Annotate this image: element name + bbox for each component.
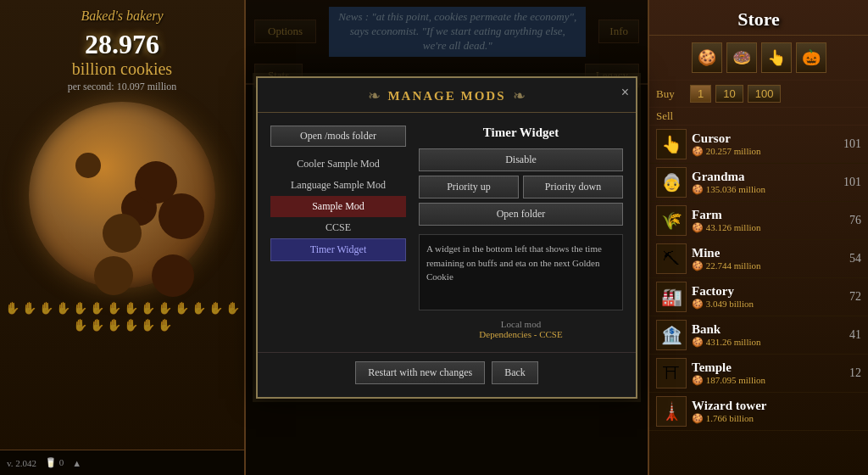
hand-icon: ✋ xyxy=(90,301,104,316)
mod-list-item[interactable]: Cooler Sample Mod xyxy=(270,154,406,175)
store-item-count: 101 xyxy=(836,137,861,151)
store-items-list: 👆 Cursor 🍪 20.257 million 101 👵 Grandma … xyxy=(649,126,868,431)
hand-icon: ✋ xyxy=(90,318,104,332)
store-item[interactable]: 👆 Cursor 🍪 20.257 million 101 xyxy=(649,126,868,164)
hand-icon: ✋ xyxy=(5,301,19,316)
milk-count: 🥛 0 xyxy=(45,457,64,468)
hand-icon: ✋ xyxy=(158,301,172,316)
store-item-name: Factory xyxy=(692,284,831,299)
qty-1-button[interactable]: 1 xyxy=(690,85,711,103)
store-item-name: Wizard tower xyxy=(692,399,831,413)
store-item-count: 72 xyxy=(836,290,861,304)
title-deco-right: ❧ xyxy=(513,87,526,105)
store-item-name: Grandma xyxy=(692,170,831,184)
mod-list-item[interactable]: Timer Widget xyxy=(270,238,406,261)
mod-detail-panel: Timer Widget Disable Priority up Priorit… xyxy=(419,126,623,339)
store-item[interactable]: 🗼 Wizard tower 🍪 1.766 billion xyxy=(649,393,868,431)
cookie-image[interactable] xyxy=(29,102,215,288)
mod-list-panel: Open /mods folder Cooler Sample ModLangu… xyxy=(270,126,406,339)
hand-icon: ✋ xyxy=(124,301,138,316)
store-icons-row: 🍪 🍩 👆 🎃 xyxy=(649,36,868,81)
modal-close-button[interactable]: × xyxy=(621,85,629,100)
store-item-info: Farm 🍪 43.126 million xyxy=(692,208,831,233)
store-item[interactable]: 🏭 Factory 🍪 3.049 billion 72 xyxy=(649,278,868,316)
store-item-price: 🍪 22.744 million xyxy=(692,260,831,271)
store-item-count: 101 xyxy=(836,176,861,189)
store-item-name: Cursor xyxy=(692,131,831,146)
store-icon-cursor[interactable]: 👆 xyxy=(761,42,792,73)
priority-down-button[interactable]: Priority down xyxy=(523,176,623,198)
open-mod-folder-button[interactable]: Open folder xyxy=(419,203,623,226)
store-item-icon: ⛩ xyxy=(656,358,687,388)
hand-icon: ✋ xyxy=(158,318,172,332)
store-item-icon: 🌾 xyxy=(656,205,687,236)
hand-icon: ✋ xyxy=(56,301,70,316)
mod-list-item[interactable]: CCSE xyxy=(270,217,406,238)
left-panel: Baked's bakery 28.976 billion cookies pe… xyxy=(0,0,246,475)
bakery-name: Baked's bakery xyxy=(0,0,244,28)
dependencies-value: CCSE xyxy=(539,329,563,339)
store-item-count: 41 xyxy=(836,328,861,342)
store-icon-cookie[interactable]: 🍪 xyxy=(692,42,722,73)
hand-icon: ✋ xyxy=(175,301,189,316)
modal-footer: Restart with new changes Back xyxy=(258,352,636,397)
store-item-icon: 🗼 xyxy=(656,396,687,427)
store-item-info: Bank 🍪 431.26 million xyxy=(692,322,831,348)
disable-button[interactable]: Disable xyxy=(419,148,623,171)
store-item-price: 🍪 135.036 million xyxy=(692,184,831,195)
sell-label: Sell xyxy=(656,109,686,123)
store-item-icon: 👵 xyxy=(656,167,687,198)
open-mods-folder-button[interactable]: Open /mods folder xyxy=(270,126,406,147)
store-item-price: 🍪 20.257 million xyxy=(692,146,831,157)
qty-100-button[interactable]: 100 xyxy=(748,85,782,103)
manage-mods-modal: ❧ Manage mods ❧ × Open /mods folder Cool… xyxy=(256,76,637,399)
hand-icon: ✋ xyxy=(192,301,206,316)
modal-overlay: ❧ Manage mods ❧ × Open /mods folder Cool… xyxy=(246,0,648,475)
mod-description: A widget in the bottom left that shows t… xyxy=(419,234,623,310)
store-item[interactable]: 🌾 Farm 🍪 43.126 million 76 xyxy=(649,202,868,240)
hand-icon: ✋ xyxy=(209,301,223,316)
store-item[interactable]: ⛏ Mine 🍪 22.744 million 54 xyxy=(649,240,868,278)
store-item-info: Factory 🍪 3.049 billion xyxy=(692,284,831,310)
hand-icon: ✋ xyxy=(141,318,155,332)
store-item-info: Temple 🍪 187.095 million xyxy=(692,360,831,386)
hand-icon: ✋ xyxy=(22,301,36,316)
qty-10-button[interactable]: 10 xyxy=(715,85,743,103)
sell-row: Sell xyxy=(649,108,868,126)
hand-icon: ✋ xyxy=(107,318,121,332)
modal-title-bar: ❧ Manage mods ❧ × xyxy=(258,78,636,113)
dependencies-label: Dependencies - xyxy=(479,329,537,339)
up-arrow-icon[interactable]: ▲ xyxy=(72,458,81,468)
store-item-icon: ⛏ xyxy=(656,243,687,274)
store-item-price: 🍪 1.766 billion xyxy=(692,413,831,424)
store-item-count: 76 xyxy=(836,214,861,227)
priority-up-button[interactable]: Priority up xyxy=(419,176,519,198)
per-second: per second: 10.097 million xyxy=(0,81,244,93)
store-item-info: Mine 🍪 22.744 million xyxy=(692,246,831,271)
back-button[interactable]: Back xyxy=(492,361,538,384)
selected-mod-name: Timer Widget xyxy=(419,126,623,140)
buy-sell-row: Buy 1 10 100 xyxy=(649,81,868,108)
store-item-price: 🍪 431.26 million xyxy=(692,337,831,348)
hand-icon: ✋ xyxy=(39,301,53,316)
hand-icon: ✋ xyxy=(73,301,87,316)
store-icon-star[interactable]: 🍩 xyxy=(726,42,757,73)
store-item-icon: 🏭 xyxy=(656,282,687,312)
store-item-info: Cursor 🍪 20.257 million xyxy=(692,131,831,157)
store-item-name: Farm xyxy=(692,208,831,222)
store-item-price: 🍪 3.049 billion xyxy=(692,299,831,310)
mod-list-item[interactable]: Language Sample Mod xyxy=(270,175,406,196)
mod-list: Cooler Sample ModLanguage Sample ModSamp… xyxy=(270,154,406,261)
store-item-icon: 👆 xyxy=(656,129,687,159)
store-item-name: Mine xyxy=(692,246,831,260)
store-icon-figure[interactable]: 🎃 xyxy=(796,42,826,73)
store-item[interactable]: 👵 Grandma 🍪 135.036 million 101 xyxy=(649,164,868,202)
restart-button[interactable]: Restart with new changes xyxy=(355,361,485,384)
store-item[interactable]: 🏦 Bank 🍪 431.26 million 41 xyxy=(649,316,868,355)
store-item[interactable]: ⛩ Temple 🍪 187.095 million 12 xyxy=(649,355,868,393)
local-mod-label: Local mod xyxy=(419,319,623,329)
store-item-count: 54 xyxy=(836,252,861,265)
store-item-price: 🍪 187.095 million xyxy=(692,375,831,386)
mod-list-item[interactable]: Sample Mod xyxy=(270,196,406,217)
buy-label: Buy xyxy=(656,87,686,101)
